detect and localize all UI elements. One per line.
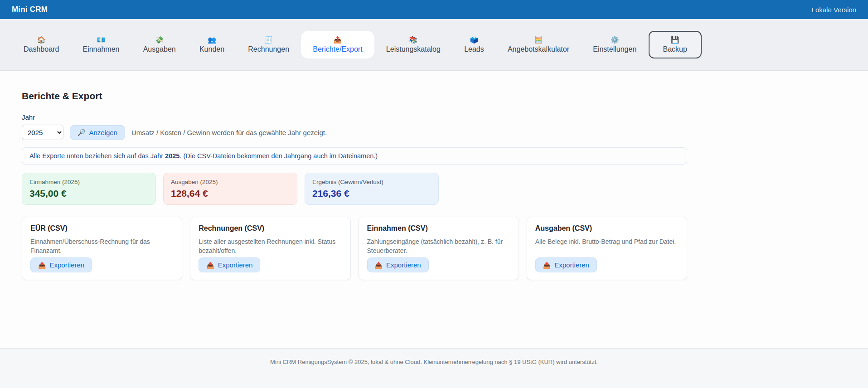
- ballot-box-icon: 🗳️: [470, 36, 479, 44]
- export-card-ausgaben: Ausgaben (CSV) Alle Belege inkl. Brutto-…: [527, 217, 687, 280]
- main-nav: 🏠 Dashboard 💶 Einnahmen 💸 Ausgaben 👥 Kun…: [0, 19, 868, 71]
- tab-leistungskatalog[interactable]: 📚 Leistungskatalog: [374, 31, 452, 58]
- tab-label: Rechnungen: [248, 45, 289, 53]
- year-label: Jahr: [22, 113, 687, 121]
- tab-label: Dashboard: [24, 45, 59, 53]
- year-controls: 2025 🔎 Anzeigen Umsatz / Kosten / Gewinn…: [22, 125, 687, 140]
- tab-rechnungen[interactable]: 🧾 Rechnungen: [236, 31, 301, 58]
- stat-label: Einnahmen (2025): [29, 179, 148, 185]
- tab-einnahmen[interactable]: 💶 Einnahmen: [71, 31, 131, 58]
- export-einnahmen-button[interactable]: 📤 Exportieren: [367, 257, 429, 272]
- tab-label: Einnahmen: [82, 45, 119, 53]
- stat-card-ausgaben: Ausgaben (2025) 128,64 €: [163, 173, 297, 205]
- export-euer-button[interactable]: 📤 Exportieren: [30, 257, 92, 272]
- export-button-label: Exportieren: [554, 261, 589, 269]
- tab-label: Berichte/Export: [313, 45, 362, 53]
- alert-year: 2025: [165, 152, 179, 160]
- books-icon: 📚: [409, 36, 418, 44]
- tab-dashboard[interactable]: 🏠 Dashboard: [12, 31, 71, 58]
- nav-items: 🏠 Dashboard 💶 Einnahmen 💸 Ausgaben 👥 Kun…: [0, 31, 707, 58]
- euro-banknote-icon: 💶: [97, 36, 106, 44]
- floppy-disk-icon: 💾: [671, 36, 679, 44]
- footer-text: Mini CRM ReinigungsSystem © 2025, lokal …: [270, 359, 598, 388]
- tab-leads[interactable]: 🗳️ Leads: [452, 31, 496, 58]
- version-badge: Lokale Version: [812, 6, 856, 14]
- tab-label: Angebotskalkulator: [508, 45, 569, 53]
- footer: Mini CRM ReinigungsSystem © 2025, lokal …: [0, 348, 868, 388]
- stat-label: Ausgaben (2025): [171, 179, 290, 185]
- receipt-icon: 🧾: [264, 36, 273, 44]
- stat-value: 216,36 €: [312, 188, 431, 199]
- export-cards: EÜR (CSV) Einnahmen/Überschuss-Rechnung …: [22, 217, 687, 280]
- tab-label: Ausgaben: [143, 45, 176, 53]
- export-card-euer: EÜR (CSV) Einnahmen/Überschuss-Rechnung …: [22, 217, 182, 280]
- export-year-alert: Alle Exporte unten beziehen sich auf das…: [22, 147, 687, 165]
- stat-label: Ergebnis (Gewinn/Verlust): [312, 179, 431, 185]
- stat-cards: Einnahmen (2025) 345,00 € Ausgaben (2025…: [22, 173, 687, 205]
- tab-label: Einstellungen: [593, 45, 636, 53]
- export-card-title: Einnahmen (CSV): [367, 224, 510, 233]
- year-hint: Umsatz / Kosten / Gewinn werden für das …: [131, 129, 327, 136]
- backup-button[interactable]: 💾 Backup: [649, 31, 702, 58]
- export-rechnungen-button[interactable]: 📤 Exportieren: [199, 257, 260, 272]
- tab-einstellungen[interactable]: ⚙️ Einstellungen: [581, 31, 648, 58]
- abacus-icon: 🧮: [534, 36, 543, 44]
- topbar: Mini CRM Lokale Version: [0, 0, 868, 19]
- export-card-desc: Zahlungseingänge (tatsächlich bezahlt), …: [367, 237, 510, 256]
- main-content: Berichte & Export Jahr 2025 🔎 Anzeigen U…: [0, 71, 868, 348]
- outbox-icon: 📤: [334, 36, 342, 44]
- money-with-wings-icon: 💸: [155, 36, 164, 44]
- tab-label: Leistungskatalog: [386, 45, 441, 53]
- gear-icon: ⚙️: [611, 36, 619, 44]
- stat-card-einnahmen: Einnahmen (2025) 345,00 €: [22, 173, 156, 205]
- outbox-icon: 📤: [543, 262, 551, 269]
- export-ausgaben-button[interactable]: 📤 Exportieren: [535, 257, 597, 272]
- stat-value: 128,64 €: [171, 188, 290, 199]
- home-icon: 🏠: [37, 36, 46, 44]
- alert-text-suffix: . (Die CSV-Dateien bekommen den Jahrgang…: [179, 152, 378, 160]
- outbox-icon: 📤: [38, 262, 46, 269]
- stat-card-ergebnis: Ergebnis (Gewinn/Verlust) 216,36 €: [305, 173, 439, 205]
- export-card-title: Ausgaben (CSV): [535, 224, 679, 233]
- alert-text-prefix: Alle Exporte unten beziehen sich auf das…: [29, 152, 165, 160]
- export-card-einnahmen: Einnahmen (CSV) Zahlungseingänge (tatsäc…: [359, 217, 519, 280]
- tab-label: Leads: [464, 45, 484, 53]
- outbox-icon: 📤: [375, 262, 383, 269]
- busts-icon: 👥: [208, 36, 216, 44]
- export-button-label: Exportieren: [218, 261, 253, 269]
- show-button-label: Anzeigen: [89, 129, 117, 136]
- export-card-desc: Einnahmen/Überschuss-Rechnung für das Fi…: [30, 237, 174, 256]
- tab-ausgaben[interactable]: 💸 Ausgaben: [131, 31, 188, 58]
- export-card-title: EÜR (CSV): [30, 224, 174, 233]
- export-card-desc: Alle Belege inkl. Brutto-Betrag und Pfad…: [535, 237, 679, 246]
- tab-label: Kunden: [199, 45, 224, 53]
- show-button[interactable]: 🔎 Anzeigen: [70, 125, 125, 140]
- app-brand: Mini CRM: [12, 5, 48, 14]
- magnifier-icon: 🔎: [78, 129, 85, 136]
- tab-angebotskalkulator[interactable]: 🧮 Angebotskalkulator: [496, 31, 581, 58]
- backup-label: Backup: [663, 45, 687, 53]
- export-card-title: Rechnungen (CSV): [199, 224, 342, 233]
- tab-berichte-export[interactable]: 📤 Berichte/Export: [301, 31, 374, 58]
- year-select[interactable]: 2025: [22, 125, 63, 140]
- tab-kunden[interactable]: 👥 Kunden: [188, 31, 236, 58]
- export-card-desc: Liste aller ausgestellten Rechnungen ink…: [199, 237, 342, 256]
- export-button-label: Exportieren: [386, 261, 421, 269]
- outbox-icon: 📤: [206, 262, 214, 269]
- export-card-rechnungen: Rechnungen (CSV) Liste aller ausgestellt…: [190, 217, 350, 280]
- stat-value: 345,00 €: [29, 188, 148, 199]
- export-button-label: Exportieren: [49, 261, 84, 269]
- page-title: Berichte & Export: [22, 91, 687, 102]
